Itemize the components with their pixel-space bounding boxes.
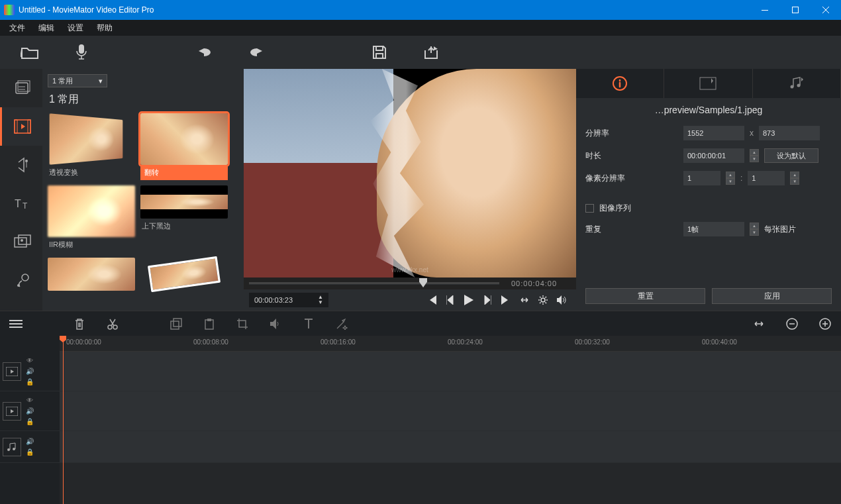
volume-button[interactable] <box>552 291 571 309</box>
step-forward-button[interactable] <box>478 291 497 309</box>
settings-gear-button[interactable] <box>534 291 552 309</box>
timecode-input[interactable]: 00:00:03:23 ▲▼ <box>249 293 328 307</box>
loop-button[interactable] <box>515 291 534 309</box>
chevron-down-icon: ▾ <box>99 77 103 85</box>
set-default-button[interactable]: 设为默认 <box>764 148 818 163</box>
tab-video-fx[interactable] <box>664 69 752 98</box>
tracks-area[interactable]: 00:00:00:00 00:00:08:00 00:00:16:00 00:0… <box>60 336 841 504</box>
track-lock-toggle[interactable]: 🔒 <box>25 448 34 457</box>
track-visible-toggle[interactable]: 👁 <box>25 396 34 405</box>
open-folder-button[interactable] <box>20 42 40 62</box>
track-audio-1[interactable] <box>60 431 841 463</box>
skip-end-button[interactable] <box>497 291 515 309</box>
tab-audio-fx[interactable] <box>753 69 841 98</box>
zoom-in-button[interactable] <box>817 316 833 332</box>
category-select-label: 1 常用 <box>52 76 73 86</box>
effects-panel: 1 常用 ▾ 1 常用 透视变换 翻转 IIR模糊 上下黑边 <box>42 69 244 311</box>
window-title: Untitled - MovieMator Video Editor Pro <box>19 5 750 15</box>
nav-overlay[interactable] <box>0 223 42 261</box>
tab-info[interactable] <box>576 69 664 98</box>
menu-settings[interactable]: 设置 <box>61 23 90 34</box>
time-ruler[interactable]: 00:00:00:00 00:00:08:00 00:00:16:00 00:0… <box>60 336 841 352</box>
save-button[interactable] <box>370 42 389 62</box>
effect-item[interactable]: 上下黑边 <box>140 185 228 252</box>
svg-text:T: T <box>15 198 21 209</box>
category-header: 1 常用 <box>49 93 238 107</box>
resolution-label: 分辨率 <box>585 128 678 139</box>
track-lock-toggle[interactable]: 🔒 <box>25 378 34 387</box>
effect-item[interactable]: 翻转 <box>140 113 228 180</box>
reset-button[interactable]: 重置 <box>585 288 705 304</box>
effect-item[interactable] <box>140 258 228 291</box>
zoom-out-button[interactable] <box>784 316 800 332</box>
skip-start-button[interactable] <box>422 291 441 309</box>
left-nav: TT <box>0 69 42 311</box>
undo-button[interactable] <box>195 42 215 62</box>
track-header-video-2[interactable]: 👁🔊🔒 <box>0 391 60 431</box>
effect-item[interactable] <box>48 258 135 291</box>
svg-rect-14 <box>19 235 30 244</box>
menu-edit[interactable]: 编辑 <box>32 23 61 34</box>
properties-panel: …preview/Samples/1.jpeg 分辨率 x 时长 ▲▼ 设为默认… <box>576 69 841 311</box>
repeat-spinner[interactable]: ▲▼ <box>750 223 759 236</box>
menu-file[interactable]: 文件 <box>3 23 32 34</box>
fit-zoom-button[interactable] <box>751 316 767 332</box>
track-visible-toggle[interactable]: 👁 <box>25 356 34 366</box>
nav-text[interactable]: TT <box>0 184 42 223</box>
auto-fx-button[interactable] <box>334 316 350 332</box>
redo-button[interactable] <box>246 42 266 62</box>
track-mute-toggle[interactable]: 🔊 <box>25 367 34 376</box>
duration-spinner[interactable]: ▲▼ <box>750 149 759 162</box>
text-button[interactable] <box>301 316 317 332</box>
seek-bar[interactable]: 00:00:04:00 <box>244 277 576 289</box>
category-select[interactable]: 1 常用 ▾ <box>48 74 107 87</box>
preview-video[interactable]: www.kkx.net <box>244 69 576 277</box>
spinner-icon[interactable]: ▲▼ <box>318 295 323 305</box>
copy-button[interactable] <box>168 316 184 332</box>
seek-handle[interactable] <box>419 278 427 287</box>
nav-video-effects[interactable] <box>0 107 42 146</box>
apply-button[interactable]: 应用 <box>712 288 832 304</box>
play-button[interactable] <box>460 291 478 309</box>
nav-transitions[interactable] <box>0 261 42 299</box>
minimize-button[interactable] <box>750 0 780 20</box>
effect-grid: 透视变换 翻转 IIR模糊 上下黑边 <box>48 113 238 291</box>
duration-input[interactable] <box>683 148 744 163</box>
export-button[interactable] <box>421 42 441 62</box>
resolution-height-input[interactable] <box>759 126 820 140</box>
track-header-audio-1[interactable]: 🔊🔒 <box>0 431 60 463</box>
paste-button[interactable] <box>201 316 217 332</box>
track-video-1[interactable] <box>60 352 841 391</box>
svg-rect-30 <box>205 320 213 329</box>
maximize-button[interactable] <box>780 0 811 20</box>
voiceover-button[interactable] <box>72 42 91 62</box>
delete-button[interactable] <box>72 316 87 332</box>
pixel-ratio-b-spinner[interactable]: ▲▼ <box>790 172 799 185</box>
repeat-input[interactable] <box>683 222 744 236</box>
mute-button[interactable] <box>268 316 283 332</box>
image-sequence-checkbox[interactable] <box>585 204 594 213</box>
track-lock-toggle[interactable]: 🔒 <box>25 417 34 427</box>
audio-track-icon <box>3 438 21 456</box>
crop-button[interactable] <box>234 316 250 332</box>
file-path: …preview/Samples/1.jpeg <box>576 98 841 122</box>
svg-point-18 <box>541 298 545 302</box>
split-button[interactable] <box>105 316 121 332</box>
track-mute-toggle[interactable]: 🔊 <box>25 407 34 416</box>
track-mute-toggle[interactable]: 🔊 <box>25 437 34 446</box>
track-video-2[interactable] <box>60 391 841 431</box>
resolution-width-input[interactable] <box>683 126 744 140</box>
track-header-video-1[interactable]: 👁🔊🔒 <box>0 352 60 391</box>
timeline-menu-button[interactable] <box>8 316 24 332</box>
pixel-ratio-a-spinner[interactable]: ▲▼ <box>726 172 735 185</box>
watermark: www.kkx.net <box>244 266 576 274</box>
pixel-ratio-b-input[interactable] <box>748 171 785 185</box>
nav-media[interactable] <box>0 69 42 107</box>
step-back-button[interactable] <box>441 291 460 309</box>
close-button[interactable] <box>811 0 841 20</box>
effect-item[interactable]: IIR模糊 <box>48 185 135 252</box>
pixel-ratio-a-input[interactable] <box>683 171 720 185</box>
nav-audio-effects[interactable] <box>0 146 42 184</box>
menu-help[interactable]: 帮助 <box>90 23 119 34</box>
effect-item[interactable]: 透视变换 <box>48 113 135 180</box>
